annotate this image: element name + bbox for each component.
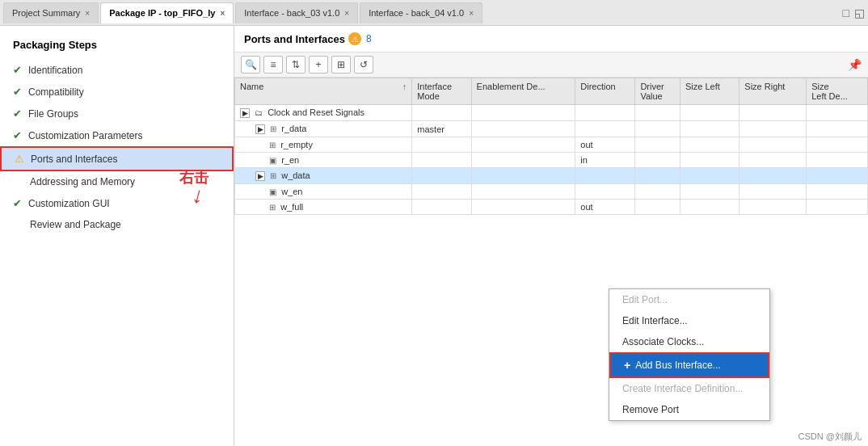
row-size-right [739,168,807,184]
row-enablement [471,153,575,168]
row-size-right [739,137,807,153]
row-direction: out [575,137,635,153]
col-header-direction: Direction [575,78,635,105]
expand-icon[interactable]: ▶ [255,171,265,181]
row-interface-mode [412,168,471,184]
sidebar-item-identification[interactable]: ✔ Identification [0,59,234,81]
group-icon: 🗂 [255,108,263,117]
bus-icon: ⊞ [269,203,276,212]
row-driver-value [635,105,680,121]
row-name: ⊞ w_full [235,200,412,215]
sidebar-item-customization-params[interactable]: ✔ Customization Parameters [0,124,234,146]
tab-interface-back04[interactable]: Interface - back_04 v1.0 × [360,2,482,23]
check-icon-customization-params: ✔ [13,129,22,141]
row-driver-value [635,168,680,184]
table-row-w-data[interactable]: ▶ ⊞ w_data [235,168,868,184]
tab-package-ip[interactable]: Package IP - top_FIFO_ly × [100,2,234,23]
bus-icon: ⊞ [269,141,276,149]
row-direction [575,105,635,121]
check-icon-compatibility: ✔ [13,86,22,98]
tab-close-interface-back04[interactable]: × [469,9,474,18]
row-size-left-de [807,184,868,200]
sidebar-title: Packaging Steps [0,34,234,59]
warn-icon-ports-interfaces: ⚠ [15,153,24,165]
tab-bar: Project Summary × Package IP - top_FIFO_… [0,0,868,26]
row-size-right [739,184,807,200]
row-direction [575,168,635,184]
sidebar-item-file-groups[interactable]: ✔ File Groups [0,103,234,124]
tab-close-interface-back03[interactable]: × [344,9,349,18]
row-size-left [680,153,739,168]
filter-button-2[interactable]: ⇅ [286,56,305,74]
add-button[interactable]: + [309,56,328,74]
refresh-button[interactable]: ↺ [354,56,373,74]
check-icon-identification: ✔ [13,64,22,76]
row-size-right [739,121,807,137]
sidebar-item-review-package[interactable]: Review and Package [0,214,234,235]
sidebar-item-customization-gui[interactable]: ✔ Customization GUI [0,192,234,214]
sidebar-item-ports-interfaces[interactable]: ⚠ Ports and Interfaces [0,146,234,171]
row-name: ▣ r_en [235,153,412,168]
tab-close-package-ip[interactable]: × [220,9,225,18]
warning-badge: ⚠ [348,32,361,45]
row-name: ▣ w_en [235,184,412,200]
content-header: Ports and Interfaces ⚠ 8 [234,26,868,53]
col-header-name: Name ↑ [235,78,412,105]
sidebar-item-addressing-memory[interactable]: Addressing and Memory [0,171,234,192]
context-menu-item-add-bus-interface[interactable]: + Add Bus Interface... [609,352,769,378]
context-menu-item-edit-port: Edit Port... [609,289,769,310]
table-row[interactable]: ⊞ r_empty out [235,137,868,153]
table-row[interactable]: ▣ r_en in [235,153,868,168]
bus-icon: ⊞ [270,171,276,180]
context-menu-item-edit-interface[interactable]: Edit Interface... [609,310,769,331]
row-interface-mode [412,200,471,215]
row-driver-value [635,184,680,200]
row-size-left [680,137,739,153]
table-container: Name ↑ InterfaceMode Enablement De... Di… [234,78,868,446]
table-row[interactable]: ⊞ w_full out [235,200,868,215]
row-direction [575,121,635,137]
row-size-left-de [807,168,868,184]
row-name: ▶ ⊞ w_data [235,168,412,184]
row-direction: out [575,200,635,215]
check-icon-customization-gui: ✔ [13,197,22,209]
search-button[interactable]: 🔍 [241,56,260,74]
filter-button-1[interactable]: ≡ [263,56,283,74]
col-header-enablement: Enablement De... [471,78,575,105]
columns-button[interactable]: ⊞ [331,56,351,74]
table-row[interactable]: ▶ ⊞ r_data master [235,121,868,137]
row-direction [575,184,635,200]
context-menu-item-associate-clocks[interactable]: Associate Clocks... [609,331,769,352]
ports-table: Name ↑ InterfaceMode Enablement De... Di… [234,78,868,215]
row-size-left [680,184,739,200]
table-header-row: Name ↑ InterfaceMode Enablement De... Di… [235,78,868,105]
tab-close-project-summary[interactable]: × [85,9,90,18]
row-size-left-de [807,105,868,121]
col-header-interface-mode: InterfaceMode [412,78,471,105]
row-name: ▶ ⊞ r_data [235,121,412,137]
row-size-right [739,200,807,215]
toolbar: 🔍 ≡ ⇅ + ⊞ ↺ 📌 [234,53,868,78]
row-size-left [680,200,739,215]
tab-project-summary[interactable]: Project Summary × [3,2,99,23]
content-area: Ports and Interfaces ⚠ 8 🔍 ≡ ⇅ + ⊞ ↺ 📌 N… [234,26,868,446]
restore-icon[interactable]: □ [843,6,849,19]
row-size-left-de [807,153,868,168]
pin-icon[interactable]: 📌 [848,58,862,71]
maximize-icon[interactable]: ◱ [854,6,865,19]
expand-icon[interactable]: ▶ [255,124,265,134]
table-row[interactable]: ▶ 🗂 Clock and Reset Signals [235,105,868,121]
table-row[interactable]: ▣ w_en [235,184,868,200]
content-title: Ports and Interfaces [244,33,345,45]
context-menu-item-remove-port[interactable]: Remove Port [609,399,769,420]
row-name: ▶ 🗂 Clock and Reset Signals [235,105,412,121]
tab-interface-back03[interactable]: Interface - back_03 v1.0 × [235,2,358,23]
row-driver-value [635,137,680,153]
expand-icon[interactable]: ▶ [240,108,250,118]
context-menu-item-create-interface-def: Create Interface Definition... [609,378,769,399]
row-interface-mode [412,137,471,153]
bus-icon: ⊞ [270,124,276,133]
row-size-right [739,153,807,168]
sidebar-item-compatibility[interactable]: ✔ Compatibility [0,81,234,103]
row-enablement [471,184,575,200]
